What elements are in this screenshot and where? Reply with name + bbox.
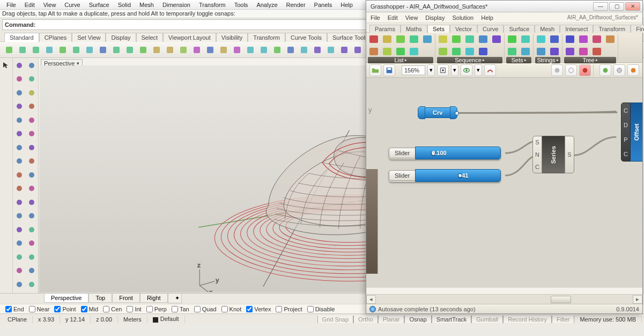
print-icon[interactable] xyxy=(43,44,55,56)
gh-list-component-8-icon[interactable] xyxy=(421,34,433,44)
osnap-knot[interactable]: Knot xyxy=(221,306,242,312)
preview-dropdown[interactable]: ▾ xyxy=(475,64,482,76)
gh-tab-surface[interactable]: Surface xyxy=(504,25,535,33)
menu-view[interactable]: View xyxy=(39,1,61,9)
undo-icon[interactable] xyxy=(110,44,122,56)
menu-tools[interactable]: Tools xyxy=(230,1,253,9)
status-toggle-grid-snap[interactable]: Grid Snap xyxy=(317,316,354,323)
polyline-tool-icon[interactable] xyxy=(26,87,37,98)
maximize-button[interactable]: ▢ xyxy=(609,2,624,11)
toolbar-tab-transform[interactable]: Transform xyxy=(248,33,285,42)
gh-param-crv[interactable]: Crv xyxy=(418,106,457,119)
zoom-level[interactable]: 156% xyxy=(402,65,425,75)
menu-edit[interactable]: Edit xyxy=(20,1,39,9)
status-toggle-record-history[interactable]: Record History xyxy=(503,316,552,323)
osnap-quad[interactable]: Quad xyxy=(194,306,217,312)
named-views-icon[interactable] xyxy=(218,44,230,56)
layer-icon[interactable] xyxy=(258,44,270,56)
gh-menu-help[interactable]: Help xyxy=(481,14,493,21)
gh-menu-file[interactable]: File xyxy=(371,14,380,21)
array-tool-icon[interactable] xyxy=(14,197,25,208)
gh-tree-component-3-icon[interactable] xyxy=(578,46,589,56)
gh-offset-inputs[interactable]: CDPC xyxy=(621,103,631,162)
shaded-preview-button[interactable] xyxy=(551,64,563,76)
gh-list-component-3-icon[interactable] xyxy=(381,46,393,56)
menu-file[interactable]: File xyxy=(2,1,20,9)
gh-tree-component-5-icon[interactable] xyxy=(591,46,603,56)
close-button[interactable]: ✕ xyxy=(625,2,640,11)
add-view-tab-button[interactable]: ✦ xyxy=(168,294,182,303)
scale-tool-icon[interactable] xyxy=(14,128,25,139)
copy-icon[interactable] xyxy=(70,44,82,56)
save-file-button[interactable] xyxy=(383,64,395,76)
curve-tool-icon[interactable] xyxy=(14,101,25,112)
trim-tool-icon[interactable] xyxy=(14,142,25,153)
box-tool-icon[interactable] xyxy=(14,252,25,262)
sphere1-icon[interactable] xyxy=(338,44,350,56)
view-tab-right[interactable]: Right xyxy=(140,294,168,303)
arc-tool-icon[interactable] xyxy=(26,74,37,84)
car-icon[interactable] xyxy=(271,44,283,56)
gh-group-label-sets[interactable]: Sets▸ xyxy=(506,57,531,63)
toolbar-tab-cplanes[interactable]: CPlanes xyxy=(39,33,72,42)
preview-mesh-button[interactable] xyxy=(599,64,611,76)
menu-help[interactable]: Help xyxy=(336,1,357,9)
gh-tab-firefly[interactable]: Firefly xyxy=(631,25,644,33)
dim-tool-icon[interactable] xyxy=(26,279,37,290)
mirror-tool-icon[interactable] xyxy=(26,128,37,139)
menu-dimension[interactable]: Dimension xyxy=(158,1,195,9)
set-view-icon[interactable] xyxy=(231,44,243,56)
mesh-tool-icon[interactable] xyxy=(14,238,25,249)
gh-list-component-1-icon[interactable] xyxy=(368,46,380,56)
toolbar-tab-set-view[interactable]: Set View xyxy=(72,33,106,42)
gh-strings-component-1-icon[interactable] xyxy=(535,46,547,56)
join-tool-icon[interactable] xyxy=(14,156,25,166)
status-toggle-ortho[interactable]: Ortho xyxy=(353,316,378,323)
wireframe-preview-button[interactable] xyxy=(565,64,577,76)
render-icon[interactable] xyxy=(285,44,297,56)
sel-tool-icon[interactable] xyxy=(26,224,37,235)
series-in-n[interactable]: N xyxy=(535,151,539,158)
offset-in-1[interactable]: D xyxy=(624,122,628,128)
sphere2-icon[interactable] xyxy=(352,44,364,56)
osnap-near-checkbox[interactable] xyxy=(29,306,35,312)
group-tool-icon[interactable] xyxy=(26,197,37,208)
gh-sets-component-0-icon[interactable] xyxy=(506,34,518,44)
osnap-disable-checkbox[interactable] xyxy=(307,306,314,312)
gh-sets-component-2-icon[interactable] xyxy=(520,34,531,44)
cursor-icon[interactable] xyxy=(1,60,11,70)
toolbar-tab-curve-tools[interactable]: Curve Tools xyxy=(285,33,327,42)
gh-sequence-component-8-icon[interactable] xyxy=(491,34,502,44)
series-out-s[interactable]: S xyxy=(567,151,571,158)
osnap-tan[interactable]: Tan xyxy=(172,306,189,312)
layer-tool-icon[interactable] xyxy=(14,224,25,235)
view-tab-front[interactable]: Front xyxy=(112,294,140,303)
rotate-tool-icon[interactable] xyxy=(26,115,37,126)
menu-mesh[interactable]: Mesh xyxy=(135,1,158,9)
osnap-project[interactable]: Project xyxy=(276,306,302,312)
osnap-cen[interactable]: Cen xyxy=(103,306,122,312)
gh-menu-edit[interactable]: Edit xyxy=(388,14,398,21)
series-in-c[interactable]: C xyxy=(535,164,539,170)
osnap-mid-checkbox[interactable] xyxy=(81,306,87,312)
osnap-disable[interactable]: Disable xyxy=(307,306,335,312)
gh-strings-component-3-icon[interactable] xyxy=(549,46,560,56)
toolbar-tab-visibility[interactable]: Visibility xyxy=(216,33,248,42)
cut-icon[interactable] xyxy=(57,44,69,56)
menu-analyze[interactable]: Analyze xyxy=(252,1,282,9)
minimize-button[interactable]: — xyxy=(593,2,608,11)
series-in-s[interactable]: S xyxy=(535,139,539,145)
scroll-left-button[interactable]: ◂ xyxy=(366,295,376,304)
zoom-dropdown[interactable]: ▾ xyxy=(427,64,435,76)
paste2-icon[interactable] xyxy=(97,44,109,56)
menu-curve[interactable]: Curve xyxy=(60,1,84,9)
status-toggle-filter[interactable]: Filter xyxy=(552,316,574,323)
boolean-tool-icon[interactable] xyxy=(14,183,25,194)
gh-menu-view[interactable]: View xyxy=(405,14,418,21)
gh-strings-component-2-icon[interactable] xyxy=(549,34,560,44)
osnap-project-checkbox[interactable] xyxy=(276,306,282,312)
gh-horizontal-scrollbar[interactable]: ◂ ▸ xyxy=(366,294,642,304)
gh-tree-component-2-icon[interactable] xyxy=(578,34,589,44)
split-tool-icon[interactable] xyxy=(26,142,37,153)
shade-icon[interactable] xyxy=(298,44,310,56)
